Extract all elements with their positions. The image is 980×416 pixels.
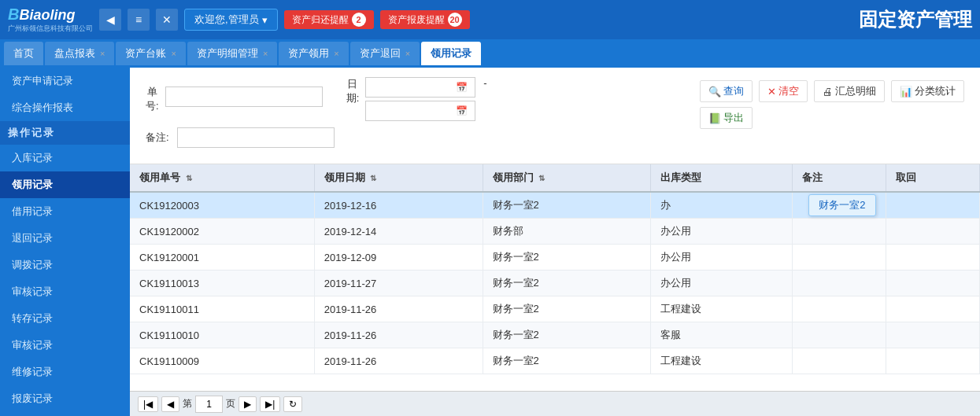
welcome-button[interactable]: 欢迎您,管理员 ▾ xyxy=(184,9,278,31)
cell-type: 办公用 xyxy=(651,219,793,245)
summary-button[interactable]: 🖨 汇总明细 xyxy=(814,80,885,102)
sidebar-item-transfer[interactable]: 调拨记录 xyxy=(0,252,130,278)
logo-b: B xyxy=(8,6,19,23)
cell-remark xyxy=(792,245,886,271)
first-page-button[interactable]: |◀ xyxy=(138,396,158,412)
sidebar-item-use-record[interactable]: 领用记录 xyxy=(0,171,130,198)
cell-recall xyxy=(886,192,979,219)
tab-requisition-close[interactable]: × xyxy=(334,49,338,58)
alert-return-count: 2 xyxy=(352,13,366,27)
sort-dept[interactable]: ⇅ xyxy=(538,174,545,182)
table-row[interactable]: CK191100102019-11-26财务一室2客服 xyxy=(130,322,980,348)
page-number-input[interactable] xyxy=(195,396,223,413)
cell-remark xyxy=(792,271,886,296)
cell-type: 办公用 xyxy=(651,245,793,271)
date-from-wrapper: 📅 xyxy=(365,77,475,98)
sidebar-item-inbound[interactable]: 入库记录 xyxy=(0,145,130,171)
date-from-input[interactable] xyxy=(369,82,456,94)
cell-recall xyxy=(886,296,979,322)
cell-dept: 财务一室2 xyxy=(483,322,651,348)
cell-recall xyxy=(886,271,979,296)
nav-back-button[interactable]: ◀ xyxy=(99,9,121,31)
cell-order-no: CK19120003 xyxy=(130,192,314,219)
order-no-input[interactable] xyxy=(165,87,323,107)
clear-label: 清空 xyxy=(778,84,799,98)
sidebar: 资产申请记录 综合操作报表 操作记录 入库记录 领用记录 借用记录 退回记录 调… xyxy=(0,68,130,416)
welcome-label: 欢迎您,管理员 xyxy=(194,13,259,27)
table-row[interactable]: CK191100132019-11-27财务一室2办公用 xyxy=(130,271,980,296)
sidebar-item-audit1[interactable]: 审核记录 xyxy=(0,278,130,305)
tab-home[interactable]: 首页 xyxy=(4,42,43,65)
prev-page-button[interactable]: ◀ xyxy=(161,396,179,412)
last-page-button[interactable]: ▶| xyxy=(260,396,280,412)
sidebar-item-scrap[interactable]: 报废记录 xyxy=(0,385,130,412)
nav-close-button[interactable]: ✕ xyxy=(156,9,178,31)
logo: BBiaoling 广州标领信息科技有限公司 xyxy=(8,6,93,34)
alert-return-badge[interactable]: 资产归还提醒 2 xyxy=(284,10,374,29)
table-row[interactable]: CK191200022019-12-14财务部办公用 xyxy=(130,219,980,245)
next-page-button[interactable]: ▶ xyxy=(239,396,257,412)
cell-dept: 财务一室2 xyxy=(483,192,651,219)
remark-input[interactable] xyxy=(177,127,335,148)
tab-detail-mgmt-label: 资产明细管理 xyxy=(197,46,258,61)
remark-label: 备注: xyxy=(146,131,169,145)
sidebar-item-borrow[interactable]: 借用记录 xyxy=(0,198,130,225)
cell-order-no: CK19110011 xyxy=(130,296,314,322)
tab-use-record-label: 领用记录 xyxy=(431,46,472,61)
calendar-to-icon[interactable]: 📅 xyxy=(456,105,468,116)
tab-inventory-close[interactable]: × xyxy=(100,49,105,58)
tab-detail-mgmt-close[interactable]: × xyxy=(263,49,268,58)
alert-scrap-label: 资产报废提醒 xyxy=(388,13,445,27)
tab-return-close[interactable]: × xyxy=(405,49,410,58)
sidebar-item-asset-apply[interactable]: 资产申请记录 xyxy=(0,68,130,94)
table-row[interactable]: CK191100112019-11-26财务一室2工程建设 xyxy=(130,296,980,322)
table-row[interactable]: CK191200032019-12-16财务一室2办财务一室2 xyxy=(130,192,980,219)
tab-ledger[interactable]: 资产台账 × xyxy=(116,42,185,65)
tab-inventory[interactable]: 盘点报表 × xyxy=(45,42,114,65)
table-header-row: 领用单号 ⇅ 领用日期 ⇅ 领用部门 ⇅ 出库类型 xyxy=(130,164,980,192)
refresh-button[interactable]: ↻ xyxy=(283,396,302,412)
cell-order-no: CK19110013 xyxy=(130,271,314,296)
col-type: 出库类型 xyxy=(651,164,793,192)
date-label2: 期: xyxy=(346,91,360,105)
sidebar-asset-apply-label: 资产申请记录 xyxy=(12,75,73,87)
query-button[interactable]: 🔍 查询 xyxy=(700,80,753,102)
tab-detail-mgmt[interactable]: 资产明细管理 × xyxy=(187,42,277,65)
sidebar-item-giveback[interactable]: 归还记录 xyxy=(0,412,130,416)
cell-date: 2019-11-26 xyxy=(314,348,483,374)
cell-dept: 财务部 xyxy=(483,219,651,245)
sidebar-item-return[interactable]: 退回记录 xyxy=(0,225,130,252)
tab-ledger-close[interactable]: × xyxy=(171,49,176,58)
sidebar-composite-report-label: 综合操作报表 xyxy=(12,101,73,113)
table-row[interactable]: CK191100092019-11-26财务一室2工程建设 xyxy=(130,348,980,374)
clear-icon: ✕ xyxy=(767,86,776,98)
sort-date[interactable]: ⇅ xyxy=(370,174,376,182)
col-order-no: 领用单号 ⇅ xyxy=(130,164,314,192)
sort-order-no[interactable]: ⇅ xyxy=(186,174,192,182)
alert-return-label: 资产归还提醒 xyxy=(292,13,349,27)
col-date: 领用日期 ⇅ xyxy=(314,164,483,192)
sidebar-item-archive[interactable]: 转存记录 xyxy=(0,305,130,332)
classify-button[interactable]: 📊 分类统计 xyxy=(891,80,964,102)
cell-order-no: CK19110010 xyxy=(130,322,314,348)
calendar-from-icon[interactable]: 📅 xyxy=(456,82,468,93)
logo-text: BBiaoling xyxy=(8,6,93,24)
date-to-input[interactable] xyxy=(369,105,456,117)
cell-dept: 财务一室2 xyxy=(483,296,651,322)
table-row[interactable]: CK191200012019-12-09财务一室2办公用 xyxy=(130,245,980,271)
cell-dept: 财务一室2 xyxy=(483,245,651,271)
cell-remark xyxy=(792,219,886,245)
sidebar-item-audit2[interactable]: 审核记录 xyxy=(0,332,130,359)
sidebar-item-repair[interactable]: 维修记录 xyxy=(0,359,130,385)
export-button[interactable]: 📗 导出 xyxy=(700,107,753,129)
nav-menu-button[interactable]: ≡ xyxy=(128,9,150,31)
tab-requisition[interactable]: 资产领用 × xyxy=(279,42,348,65)
order-no-label2: 号: xyxy=(146,99,159,113)
tab-return[interactable]: 资产退回 × xyxy=(350,42,420,65)
cell-recall xyxy=(886,322,979,348)
alert-scrap-badge[interactable]: 资产报废提醒 20 xyxy=(380,10,470,29)
col-recall: 取回 xyxy=(886,164,979,192)
tab-use-record[interactable]: 领用记录 xyxy=(421,42,481,65)
sidebar-item-composite-report[interactable]: 综合操作报表 xyxy=(0,94,130,121)
clear-button[interactable]: ✕ 清空 xyxy=(759,80,808,102)
